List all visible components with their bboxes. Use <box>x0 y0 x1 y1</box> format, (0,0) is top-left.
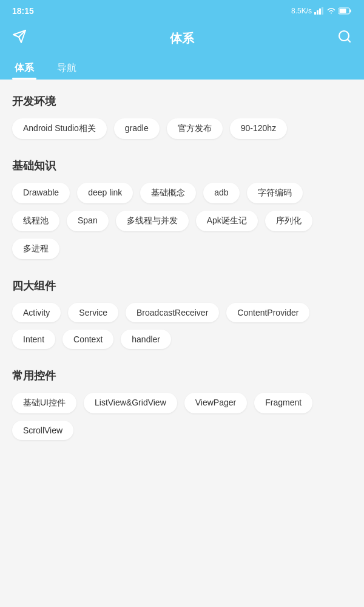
section-title-sizujian: 四大组件 <box>12 279 352 293</box>
status-bar: 18:15 8.5K/s <box>0 0 364 22</box>
page-title: 体系 <box>170 30 194 47</box>
tag-service[interactable]: Service <box>68 303 118 322</box>
section-title-jichu: 基础知识 <box>12 158 352 173</box>
tag-jichu-gainian[interactable]: 基础概念 <box>140 183 196 203</box>
section-title-kaifa: 开发环境 <box>12 94 352 109</box>
svg-rect-2 <box>319 8 321 15</box>
tab-daohang[interactable]: 导航 <box>55 57 79 80</box>
tag-official[interactable]: 官方发布 <box>167 118 223 139</box>
main-content: 开发环境 Android Studio相关 gradle 官方发布 90-120… <box>0 80 364 457</box>
battery-icon <box>339 7 352 15</box>
tags-sizujian: Activity Service BroadcastReceiver Conte… <box>12 303 352 349</box>
tag-span[interactable]: Span <box>67 211 109 231</box>
svg-rect-0 <box>314 12 316 15</box>
tag-broadcast-receiver[interactable]: BroadcastReceiver <box>126 303 219 322</box>
status-time: 18:15 <box>12 6 34 16</box>
tag-jichu-ui[interactable]: 基础UI控件 <box>12 393 76 413</box>
tag-content-provider[interactable]: ContentProvider <box>226 303 309 322</box>
tag-android-studio[interactable]: Android Studio相关 <box>12 118 107 139</box>
section-title-kongjian: 常用控件 <box>12 368 352 383</box>
tag-duoxiancheng[interactable]: 多线程与并发 <box>116 211 189 231</box>
tag-drawable[interactable]: Drawable <box>12 183 70 203</box>
tag-apk[interactable]: Apk诞生记 <box>196 211 258 231</box>
svg-rect-5 <box>350 10 351 13</box>
svg-rect-1 <box>317 10 318 15</box>
tag-zifubianma[interactable]: 字符编码 <box>247 183 303 203</box>
tag-gradle[interactable]: gradle <box>114 118 160 139</box>
section-kaifa: 开发环境 Android Studio相关 gradle 官方发布 90-120… <box>12 80 352 144</box>
tag-fragment[interactable]: Fragment <box>254 393 312 413</box>
tag-xianchengchi[interactable]: 线程池 <box>12 211 59 231</box>
status-right: 8.5K/s <box>291 7 352 15</box>
section-jichu: 基础知识 Drawable deep link 基础概念 adb 字符编码 线程… <box>12 144 352 264</box>
tag-deep-link[interactable]: deep link <box>77 183 133 203</box>
tag-scrollview[interactable]: ScrollView <box>12 421 73 440</box>
tag-adb[interactable]: adb <box>203 183 239 203</box>
tag-duojincheng[interactable]: 多进程 <box>12 239 59 259</box>
svg-rect-3 <box>322 7 323 15</box>
tags-kaifa: Android Studio相关 gradle 官方发布 90-120hz <box>12 118 352 139</box>
tags-jichu: Drawable deep link 基础概念 adb 字符编码 线程池 Spa… <box>12 183 352 259</box>
tag-viewpager[interactable]: ViewPager <box>184 393 247 413</box>
app-header: 体系 <box>0 22 364 57</box>
tag-listview[interactable]: ListView&GridView <box>84 393 177 413</box>
tag-xuliehau[interactable]: 序列化 <box>265 211 312 231</box>
tag-90-120hz[interactable]: 90-120hz <box>230 118 287 139</box>
wifi-icon <box>326 7 336 15</box>
tags-kongjian: 基础UI控件 ListView&GridView ViewPager Fragm… <box>12 393 352 440</box>
tag-intent[interactable]: Intent <box>12 330 55 349</box>
search-button[interactable] <box>337 29 352 47</box>
tab-tixì[interactable]: 体系 <box>12 57 36 80</box>
section-kongjian: 常用控件 基础UI控件 ListView&GridView ViewPager … <box>12 354 352 445</box>
tag-activity[interactable]: Activity <box>12 303 61 322</box>
svg-rect-6 <box>340 9 346 13</box>
section-sizujian: 四大组件 Activity Service BroadcastReceiver … <box>12 264 352 354</box>
tab-bar: 体系 导航 <box>0 57 364 80</box>
tag-handler[interactable]: handler <box>121 330 171 349</box>
send-button[interactable] <box>12 29 27 47</box>
tag-context[interactable]: Context <box>62 330 113 349</box>
network-speed: 8.5K/s <box>291 7 312 15</box>
signal-icon <box>314 7 324 15</box>
